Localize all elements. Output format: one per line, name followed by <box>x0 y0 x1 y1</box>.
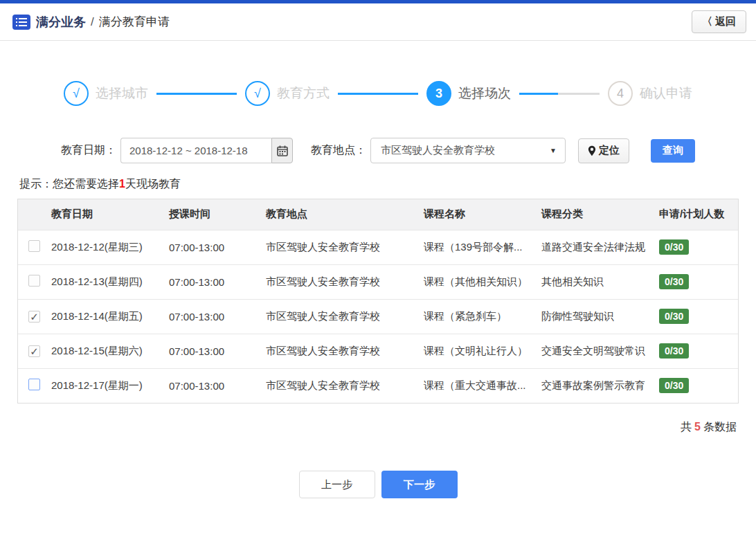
table-row[interactable]: 2018-12-13(星期四) 07:00-13:00 市区驾驶人安全教育学校 … <box>18 264 738 299</box>
calendar-icon <box>277 145 288 156</box>
search-button[interactable]: 查询 <box>651 139 695 163</box>
step-indicator: √ 选择城市 √ 教育方式 3 选择场次 4 确认申请 <box>64 81 692 106</box>
cell-education-date: 2018-12-13(星期四) <box>48 264 166 299</box>
step-3-label: 选择场次 <box>458 84 511 102</box>
row-checkbox[interactable] <box>28 379 40 390</box>
quota-badge: 0/30 <box>659 274 689 289</box>
education-date-label: 教育日期： <box>61 143 116 158</box>
cell-class-time: 07:00-13:00 <box>166 368 263 403</box>
step-2-circle: √ <box>245 81 270 106</box>
step-select-session: 3 选择场次 <box>426 81 511 106</box>
cell-education-place: 市区驾驶人安全教育学校 <box>263 334 421 368</box>
calendar-button[interactable] <box>271 138 293 163</box>
hint-suffix: 天现场教育 <box>125 178 181 190</box>
cell-course-category: 其他相关知识 <box>539 264 656 299</box>
dropdown-arrow-icon: ▼ <box>550 147 557 154</box>
cell-class-time: 07:00-13:00 <box>166 334 263 368</box>
step-4-label: 确认申请 <box>640 84 692 102</box>
cell-education-place: 市区驾驶人安全教育学校 <box>263 230 421 264</box>
header-education-place: 教育地点 <box>263 199 421 230</box>
breadcrumb-section: 满分业务 <box>36 14 86 30</box>
quota-badge: 0/30 <box>659 343 689 359</box>
quota-badge: 0/30 <box>659 309 689 324</box>
cell-course-name: 课程（重大交通事故... <box>421 368 539 403</box>
step-education-mode: √ 教育方式 <box>245 81 330 106</box>
step-connector-2 <box>338 93 418 95</box>
step-2-label: 教育方式 <box>277 84 330 102</box>
locate-button[interactable]: 定位 <box>578 138 629 163</box>
step-1-circle: √ <box>64 81 89 106</box>
previous-step-button[interactable]: 上一步 <box>299 471 375 498</box>
header-education-date: 教育日期 <box>48 199 166 230</box>
back-button[interactable]: 〈 返回 <box>692 10 746 33</box>
breadcrumb-separator: / <box>91 15 94 29</box>
step-confirm-application: 4 确认申请 <box>608 81 692 106</box>
cell-education-place: 市区驾驶人安全教育学校 <box>263 264 421 299</box>
cell-course-category: 道路交通安全法律法规 <box>539 230 656 264</box>
cell-class-time: 07:00-13:00 <box>166 299 263 334</box>
step-3-circle: 3 <box>426 81 451 106</box>
location-pin-icon <box>588 145 596 156</box>
hint-text: 提示：您还需要选择1天现场教育 <box>19 177 756 192</box>
cell-class-time: 07:00-13:00 <box>166 264 263 299</box>
table-row[interactable]: 2018-12-15(星期六) 07:00-13:00 市区驾驶人安全教育学校 … <box>18 334 738 368</box>
row-checkbox[interactable] <box>28 240 40 252</box>
cell-course-name: 课程（139号部令解... <box>421 230 539 264</box>
date-range-group <box>120 138 293 163</box>
cell-education-date: 2018-12-14(星期五) <box>48 299 166 334</box>
header-applied-planned: 申请/计划人数 <box>656 199 738 230</box>
education-location-label: 教育地点： <box>311 143 366 158</box>
location-select[interactable]: 市区驾驶人安全教育学校 ▼ <box>370 138 566 163</box>
cell-course-category: 交通事故案例警示教育 <box>539 368 656 403</box>
step-select-city: √ 选择城市 <box>64 81 148 106</box>
quota-badge: 0/30 <box>659 239 689 255</box>
cell-class-time: 07:00-13:00 <box>166 230 263 264</box>
cell-education-date: 2018-12-15(星期六) <box>48 334 166 368</box>
step-4-circle: 4 <box>608 81 633 106</box>
cell-course-category: 交通安全文明驾驶常识 <box>539 334 656 368</box>
back-button-label: 返回 <box>715 15 736 28</box>
count-number: 5 <box>694 421 701 433</box>
cell-course-category: 防御性驾驶知识 <box>539 299 656 334</box>
list-icon <box>12 15 30 30</box>
count-suffix: 条数据 <box>703 421 737 433</box>
step-connector-3 <box>519 93 600 95</box>
table-row[interactable]: 2018-12-14(星期五) 07:00-13:00 市区驾驶人安全教育学校 … <box>18 299 738 334</box>
step-connector-1 <box>156 93 237 95</box>
header-course-name: 课程名称 <box>421 199 539 230</box>
table-row[interactable]: 2018-12-17(星期一) 07:00-13:00 市区驾驶人安全教育学校 … <box>18 368 738 403</box>
table-row[interactable]: 2018-12-12(星期三) 07:00-13:00 市区驾驶人安全教育学校 … <box>18 230 738 264</box>
table-body: 2018-12-12(星期三) 07:00-13:00 市区驾驶人安全教育学校 … <box>18 230 738 403</box>
chevron-left-icon: 〈 <box>702 15 712 28</box>
cell-course-name: 课程（紧急刹车） <box>421 299 539 334</box>
step-1-label: 选择城市 <box>96 84 148 102</box>
record-count: 共5条数据 <box>0 420 737 435</box>
breadcrumb-page: 满分教育申请 <box>99 14 170 30</box>
date-range-input[interactable] <box>120 138 271 163</box>
row-checkbox[interactable] <box>28 275 40 287</box>
filter-bar: 教育日期： 教育地点： 市区驾驶人安全教育学校 ▼ 定位 查询 <box>61 138 756 163</box>
count-prefix: 共 <box>681 421 692 433</box>
cell-course-name: 课程（文明礼让行人） <box>421 334 539 368</box>
cell-education-place: 市区驾驶人安全教育学校 <box>263 368 421 403</box>
next-step-button[interactable]: 下一步 <box>381 471 458 498</box>
header-class-time: 授课时间 <box>166 199 263 230</box>
cell-education-place: 市区驾驶人安全教育学校 <box>263 299 421 334</box>
page-header: 满分业务 / 满分教育申请 〈 返回 <box>0 3 756 41</box>
table-header-row: 教育日期 授课时间 教育地点 课程名称 课程分类 申请/计划人数 <box>18 199 738 230</box>
locate-button-label: 定位 <box>599 144 620 157</box>
hint-prefix: 提示：您还需要选择 <box>19 178 119 190</box>
cell-course-name: 课程（其他相关知识） <box>421 264 539 299</box>
cell-education-date: 2018-12-12(星期三) <box>48 230 166 264</box>
header-course-category: 课程分类 <box>539 199 656 230</box>
row-checkbox[interactable] <box>28 345 40 357</box>
hint-remaining-days: 1 <box>119 178 125 190</box>
quota-badge: 0/30 <box>659 378 689 393</box>
cell-education-date: 2018-12-17(星期一) <box>48 368 166 403</box>
footer-actions: 上一步 下一步 <box>0 471 756 498</box>
row-checkbox[interactable] <box>28 311 40 323</box>
header-checkbox-spacer <box>18 199 48 230</box>
session-table: 教育日期 授课时间 教育地点 课程名称 课程分类 申请/计划人数 2018-12… <box>17 199 739 403</box>
location-select-value: 市区驾驶人安全教育学校 <box>381 144 550 157</box>
